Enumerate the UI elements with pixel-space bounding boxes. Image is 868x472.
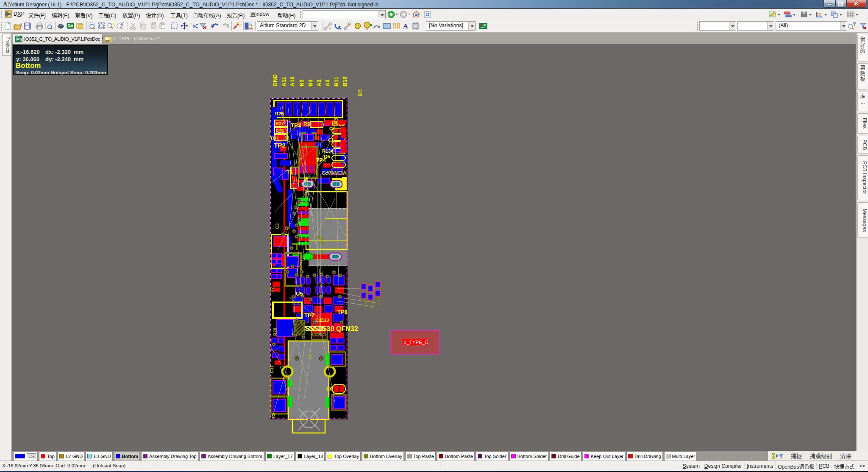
svg-text:CS2: CS2 — [363, 299, 368, 307]
svg-text:U5: U5 — [296, 290, 303, 297]
svg-text:GND: GND — [272, 74, 278, 87]
svg-text:20: 20 — [303, 177, 309, 182]
svg-text:TP2: TP2 — [274, 142, 286, 149]
svg-text:A2: A2 — [316, 79, 322, 87]
svg-text:R2: R2 — [269, 287, 274, 293]
svg-text:B2: B2 — [298, 79, 305, 87]
svg-text:A: A — [403, 22, 408, 30]
svg-text:A11: A11 — [281, 77, 287, 87]
svg-text:C1: C1 — [328, 138, 334, 142]
svg-text:TR3: TR3 — [291, 122, 301, 128]
svg-text:B10: B10 — [342, 76, 348, 87]
svg-text:A3: A3 — [324, 79, 331, 87]
svg-text:SSS1530 QFN32: SSS1530 QFN32 — [306, 325, 358, 332]
svg-text:TP7: TP7 — [304, 312, 314, 318]
svg-text:A10: A10 — [289, 76, 295, 87]
svg-text:C2: C2 — [329, 126, 335, 131]
svg-text:C11: C11 — [269, 365, 274, 373]
svg-text:J7: J7 — [308, 354, 313, 359]
svg-text:C8: C8 — [271, 412, 276, 418]
svg-text:R13=: R13= — [322, 148, 334, 154]
svg-text:B3: B3 — [307, 79, 314, 87]
svg-text:R3: R3 — [303, 121, 310, 127]
svg-text:C6: C6 — [326, 386, 332, 391]
svg-text:B5: B5 — [357, 89, 363, 96]
svg-text:R25: R25 — [275, 128, 284, 134]
svg-text:C13: C13 — [320, 318, 329, 323]
svg-text:R27: R27 — [275, 121, 284, 126]
svg-text:CS5: CS5 — [370, 301, 375, 309]
svg-text:TP1: TP1 — [270, 136, 279, 142]
svg-text:A: A — [3, 1, 8, 8]
svg-text:T8: T8 — [287, 169, 292, 175]
svg-text:R26: R26 — [275, 111, 284, 116]
svg-text:TP4: TP4 — [316, 157, 326, 163]
svg-text:CS2: CS2 — [377, 297, 382, 305]
svg-text:R20: R20 — [273, 328, 278, 336]
svg-text:TP8: TP8 — [337, 309, 348, 315]
svg-text:C3: C3 — [275, 223, 280, 229]
svg-text:R12: R12 — [334, 118, 339, 126]
svg-text:2_TYPE_C: 2_TYPE_C — [404, 340, 428, 345]
svg-text:ACM4953: ACM4953 — [322, 170, 347, 176]
svg-text:B11: B11 — [333, 77, 339, 87]
